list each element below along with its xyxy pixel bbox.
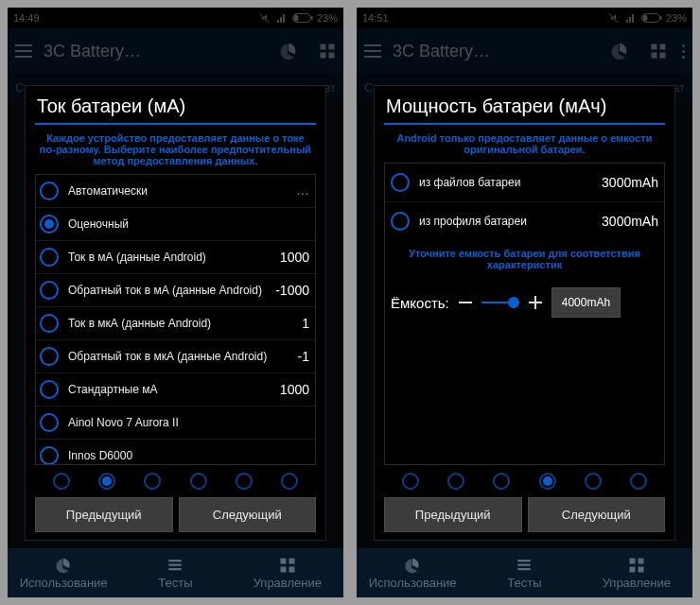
slider-thumb[interactable] <box>508 297 519 308</box>
radio-label: Стандартные мА <box>68 383 280 396</box>
capacity-value-chip[interactable]: 4000mAh <box>551 287 621 318</box>
radio-value: 3000mAh <box>602 214 658 229</box>
svg-rect-26 <box>629 566 635 572</box>
bottom-tab-label: Управление <box>603 576 671 590</box>
svg-rect-13 <box>289 566 294 572</box>
svg-rect-25 <box>638 558 643 563</box>
pager-dots <box>384 465 665 495</box>
radio-icon <box>391 212 410 231</box>
pager-dot[interactable] <box>402 473 419 490</box>
radio-label: Ainol Novo 7 Aurora II <box>68 416 309 429</box>
radio-icon <box>40 215 59 233</box>
dialog-divider <box>384 123 665 125</box>
bottom-tab-label: Тесты <box>158 576 192 590</box>
svg-rect-24 <box>629 558 635 563</box>
radio-row-auto[interactable]: Автоматически ... <box>36 175 315 207</box>
radio-label: Оценочный <box>68 217 309 231</box>
bottom-tab-label: Тесты <box>507 576 541 590</box>
prev-button[interactable]: Предыдущий <box>384 497 522 532</box>
radio-icon <box>40 248 59 267</box>
radio-icon <box>40 380 59 399</box>
pager-dot[interactable] <box>630 473 647 490</box>
dialog-body: из файлов батареи 3000mAh из профиля бат… <box>384 163 665 465</box>
bottom-tab-tests[interactable]: Тесты <box>468 548 580 597</box>
pager-dot[interactable] <box>585 473 602 490</box>
bottom-tab-usage[interactable]: Использование <box>357 548 468 597</box>
prev-button[interactable]: Предыдущий <box>35 497 173 532</box>
radio-ellipsis[interactable]: ... <box>297 184 309 198</box>
radio-row-ma-rev[interactable]: Обратный ток в мА (данные Android) -1000 <box>36 273 315 306</box>
slider-label: Ёмкость: <box>391 295 449 311</box>
radio-value: 1000 <box>280 250 309 265</box>
pager-dot[interactable] <box>190 473 207 490</box>
pager-dot[interactable] <box>447 473 464 490</box>
radio-icon <box>40 413 59 432</box>
radio-icon <box>391 173 410 192</box>
next-button[interactable]: Следующий <box>528 497 666 532</box>
radio-list: Автоматически ... Оценочный Ток в мА (да… <box>36 175 315 465</box>
radio-value: 3000mAh <box>602 175 658 190</box>
svg-rect-7 <box>169 560 183 562</box>
svg-rect-10 <box>280 558 286 563</box>
radio-icon <box>40 182 59 200</box>
increment-button[interactable] <box>527 294 544 311</box>
pager-dot[interactable] <box>281 473 298 490</box>
dialog-title: Ток батареи (мА) <box>35 94 316 123</box>
radio-icon <box>40 314 59 333</box>
bottom-tab-label: Использование <box>369 576 457 590</box>
bottom-tab-label: Управление <box>254 576 322 590</box>
pager-dots <box>35 465 316 495</box>
svg-rect-27 <box>638 566 643 572</box>
bottom-tab-usage[interactable]: Использование <box>8 548 119 597</box>
dialog-current: Ток батареи (мА) Каждое устройство предо… <box>25 85 326 541</box>
radio-row-innos[interactable]: Innos D6000 <box>36 439 315 465</box>
pager-dot[interactable] <box>493 473 510 490</box>
bottom-tab-label: Использование <box>20 576 108 590</box>
dialog-hint2: Уточните емкость батареи для соответстви… <box>385 240 664 280</box>
next-button[interactable]: Следующий <box>179 497 317 532</box>
slider-track[interactable] <box>481 302 519 303</box>
svg-rect-11 <box>289 558 294 563</box>
dialog-divider <box>35 123 316 125</box>
radio-icon <box>40 446 59 465</box>
radio-row-ma[interactable]: Ток в мА (данные Android) 1000 <box>36 240 315 273</box>
radio-row-standard[interactable]: Стандартные мА 1000 <box>36 372 315 406</box>
radio-row-files[interactable]: из файлов батареи 3000mAh <box>385 164 664 201</box>
svg-rect-23 <box>518 568 532 570</box>
radio-label: Ток в мА (данные Android) <box>68 251 280 264</box>
pager-dot[interactable] <box>144 473 161 490</box>
phone-left: 14:49 23% 3C Battery… С тат Ток батареи … <box>8 8 343 597</box>
dialog-hint: Android только предоставляет данные о ем… <box>384 129 665 163</box>
radio-label: Автоматически <box>68 184 297 198</box>
bottom-tab-control[interactable]: Управление <box>232 548 343 597</box>
radio-row-estimated[interactable]: Оценочный <box>36 207 315 240</box>
dialog-title: Мощность батареи (мАч) <box>384 94 665 123</box>
radio-value: -1000 <box>275 283 309 298</box>
pager-dot[interactable] <box>53 473 70 490</box>
radio-row-mka-rev[interactable]: Обратный ток в мкА (данные Android) -1 <box>36 339 315 372</box>
radio-icon <box>40 281 59 300</box>
radio-value: -1 <box>298 349 309 364</box>
radio-row-profile[interactable]: из профиля батареи 3000mAh <box>385 201 664 240</box>
dialog-hint: Каждое устройство предоставляет данные о… <box>35 129 316 174</box>
pager-dot-active[interactable] <box>98 473 115 490</box>
radio-label: Innos D6000 <box>68 449 309 462</box>
svg-rect-12 <box>280 566 286 572</box>
phone-right: 14:51 23% 3C Battery… С тат Мощность бат… <box>357 8 692 597</box>
radio-value: 1 <box>302 316 309 331</box>
bottom-tab-tests[interactable]: Тесты <box>119 548 231 597</box>
radio-label: Ток в мкА (данные Android) <box>68 317 302 330</box>
radio-label: Обратный ток в мкА (данные Android) <box>68 350 298 363</box>
pager-dot[interactable] <box>236 473 253 490</box>
radio-row-mka[interactable]: Ток в мкА (данные Android) 1 <box>36 306 315 339</box>
radio-icon <box>40 347 59 366</box>
bottom-tabs: Использование Тесты Управление <box>8 548 343 597</box>
radio-label: Обратный ток в мА (данные Android) <box>68 284 275 297</box>
svg-rect-8 <box>169 563 183 565</box>
bottom-tab-control[interactable]: Управление <box>581 548 692 597</box>
dialog-buttons: Предыдущий Следующий <box>384 497 665 532</box>
decrement-button[interactable] <box>457 294 474 311</box>
pager-dot-active[interactable] <box>539 473 556 490</box>
radio-row-ainol[interactable]: Ainol Novo 7 Aurora II <box>36 406 315 439</box>
svg-rect-9 <box>169 568 183 570</box>
